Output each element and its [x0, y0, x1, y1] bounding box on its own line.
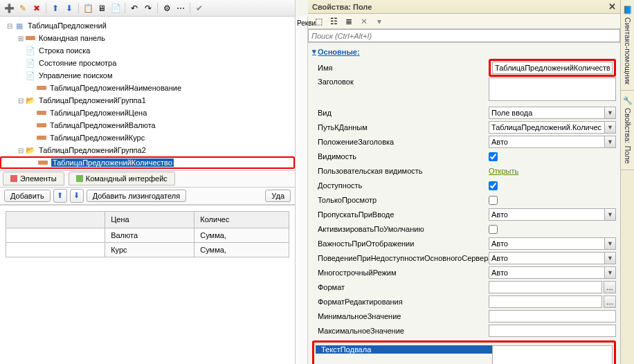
chk-avail[interactable] — [489, 181, 498, 190]
btn-fmte[interactable]: … — [604, 295, 616, 308]
expand-icon[interactable]: ⊟ — [17, 147, 25, 154]
tree-item[interactable]: 📄Управление поиском — [0, 69, 295, 82]
properties-title-bar: Свойства: Поле ✕ — [308, 0, 620, 14]
prop-toolbar: ⬚ ☷ ≣ ✕ ▾ — [308, 14, 620, 29]
chk-ro[interactable] — [489, 196, 498, 205]
lbl-fmte: ФорматРедактирования — [312, 298, 489, 306]
tree-item[interactable]: ТаблицаПредложенийЦена — [0, 107, 295, 119]
inp-beh[interactable]: Авто▼ — [489, 252, 616, 264]
form-toolbar: Добавить ⬆ ⬇ Добавить лизингодателя Уда — [0, 187, 295, 205]
tree-item[interactable]: 📄Строка поиска — [0, 44, 295, 57]
btn-up[interactable]: ⬆ — [53, 189, 67, 203]
side-tabs: 📘Синтакс-помощник 🔧Свойства: Поле — [620, 0, 634, 364]
tb-edit[interactable]: ✎ — [17, 2, 29, 15]
tree-label: ТаблицаПредложенийЦена — [50, 109, 147, 117]
tree-item[interactable]: ⊟📂ТаблицаПредложенийГруппа1 — [0, 94, 295, 107]
btn-down[interactable]: ⬇ — [70, 189, 84, 203]
tree-label: Состояние просмотра — [39, 59, 116, 67]
lnk-uvis[interactable]: Открыть — [489, 167, 518, 175]
tree-item[interactable]: ⊟▦ТаблицаПредложений — [0, 19, 295, 32]
btn-fmt[interactable]: … — [604, 281, 616, 293]
lbl-min: МинимальноеЗначение — [312, 312, 489, 320]
lbl-skip: ПропускатьПриВводе — [312, 210, 489, 219]
inp-fmt[interactable] — [489, 281, 602, 293]
btn-delete[interactable]: Уда — [265, 190, 291, 202]
expand-icon[interactable]: ⊟ — [17, 97, 25, 104]
properties-body: ▾ Основные: Имя Заголовок Вид Поле ввода… — [308, 43, 620, 364]
inp-kind[interactable]: Поле ввода▼ — [489, 107, 616, 119]
inp-fmte[interactable] — [489, 295, 602, 308]
lbl-name: Имя — [312, 64, 489, 72]
inp-footer-text[interactable] — [492, 345, 613, 364]
side-tab-syntax[interactable]: 📘Синтакс-помощник — [621, 0, 634, 91]
side-tab-props[interactable]: 🔧Свойства: Поле — [621, 91, 634, 170]
inp-title[interactable] — [489, 78, 616, 101]
ptb-d[interactable]: ▾ — [373, 15, 386, 28]
tree-item[interactable]: ⊞Командная панель — [0, 32, 295, 44]
tb-redo[interactable]: ↷ — [142, 2, 154, 15]
tree-item[interactable]: ТаблицаПредложенийВалюта — [0, 119, 295, 131]
chk-vis[interactable] — [489, 152, 498, 161]
lbl-avail: Доступность — [312, 181, 489, 190]
btn-add-lessor[interactable]: Добавить лизингодателя — [87, 190, 186, 202]
tab-elements[interactable]: Элементы — [3, 172, 64, 185]
tree-item[interactable]: ТаблицаПредложенийКурс — [0, 131, 295, 144]
lbl-beh: ПоведениеПриНедоступностиОсновногоСервер… — [312, 254, 489, 262]
tb-i3[interactable]: 📄 — [109, 2, 122, 15]
inp-path[interactable]: ТаблицаПредложений.Количес▼ — [489, 121, 616, 134]
tab-cmd-interface[interactable]: Командный интерфейс — [69, 172, 175, 185]
lbl-act: АктивизироватьПоУмолчанию — [312, 225, 489, 233]
lbl-vis: Видимость — [312, 152, 489, 161]
inp-min[interactable] — [489, 310, 616, 322]
tb-down[interactable]: ⬇ — [63, 2, 75, 15]
inp-name[interactable] — [492, 62, 613, 74]
section-main[interactable]: ▾ Основные: — [312, 47, 360, 56]
tb-i2[interactable]: 🖥 — [96, 2, 108, 15]
btn-add[interactable]: Добавить — [4, 190, 51, 202]
tb-more[interactable]: ⋯ — [174, 2, 187, 15]
properties-title: Свойства: Поле — [312, 3, 372, 11]
chk-act[interactable] — [489, 225, 498, 234]
prop-search-input[interactable] — [308, 29, 620, 42]
lbl-path: ПутьКДанным — [312, 123, 489, 131]
inp-skip[interactable]: Авто▼ — [489, 208, 616, 221]
lbl-imp: ВажностьПриОтображении — [312, 239, 489, 248]
lbl-uvis: Пользовательская видимость — [312, 167, 489, 175]
tab-requisites[interactable]: Рекви — [296, 17, 307, 30]
ptb-3[interactable]: ≣ — [343, 15, 355, 28]
tree-item[interactable]: ТаблицаПредложенийКоличество — [0, 156, 295, 169]
expand-icon[interactable]: ⊟ — [6, 22, 14, 30]
tree-item[interactable]: 📄Состояние просмотра — [0, 57, 295, 69]
lbl-fmt: Формат — [312, 283, 489, 291]
expand-icon[interactable]: ⊞ — [17, 35, 25, 42]
tree-label: ТаблицаПредложенийГруппа2 — [39, 146, 146, 154]
tb-gear[interactable]: ⚙ — [161, 2, 173, 15]
ptb-x[interactable]: ✕ — [358, 15, 370, 28]
tree-label: Командная панель — [39, 34, 105, 42]
inp-hpos[interactable]: Авто▼ — [489, 136, 616, 148]
tb-delete[interactable]: ✖ — [30, 2, 43, 15]
tb-check[interactable]: ✔ — [193, 2, 206, 15]
inp-ml[interactable]: Авто▼ — [489, 266, 616, 279]
tb-i1[interactable]: 📋 — [82, 2, 94, 15]
elements-tree[interactable]: ⊟▦ТаблицаПредложений⊞Командная панель📄Ст… — [0, 17, 295, 170]
inp-imp[interactable]: Авто▼ — [489, 237, 616, 250]
col-qty: Количес — [194, 211, 289, 228]
main-toolbar: ➕ ✎ ✖ ⬆ ⬇ 📋 🖥 📄 ↶ ↷ ⚙ ⋯ ✔ — [0, 0, 295, 17]
inp-max[interactable] — [489, 325, 616, 337]
tree-label: ТаблицаПредложенийНаименование — [50, 84, 181, 92]
tb-up[interactable]: ⬆ — [49, 2, 62, 15]
close-icon[interactable]: ✕ — [608, 1, 616, 12]
lbl-hpos: ПоложениеЗаголовка — [312, 138, 489, 146]
preview-grid: ЦенаКоличес ВалютаСумма, КурсСумма, — [6, 211, 289, 257]
lbl-kind: Вид — [312, 109, 489, 117]
lbl-max: МаксимальноеЗначение — [312, 327, 489, 335]
tb-add[interactable]: ➕ — [3, 2, 15, 15]
tb-undo[interactable]: ↶ — [128, 2, 141, 15]
tree-label: ТаблицаПредложенийКурс — [50, 134, 145, 142]
tree-label: ТаблицаПредложенийГруппа1 — [39, 96, 146, 104]
tree-item[interactable]: ТаблицаПредложенийНаименование — [0, 82, 295, 94]
ptb-2[interactable]: ☷ — [327, 15, 340, 28]
tree-item[interactable]: ⊟📂ТаблицаПредложенийГруппа2 — [0, 144, 295, 156]
tree-label: Управление поиском — [39, 71, 113, 80]
